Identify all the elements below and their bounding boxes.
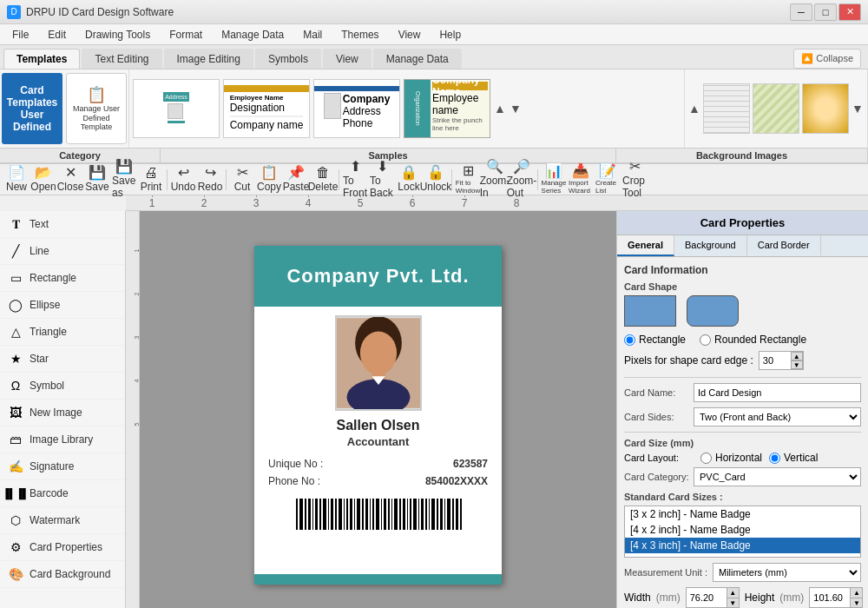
delete-button[interactable]: 🗑Delete xyxy=(310,168,336,192)
width-spin-down[interactable]: ▼ xyxy=(727,598,739,607)
width-spin-up[interactable]: ▲ xyxy=(727,588,739,598)
zoom-out-button[interactable]: 🔎Zoom-Out xyxy=(509,168,535,192)
ribbon-tab-symbols[interactable]: Symbols xyxy=(255,49,321,69)
bg-image-2[interactable] xyxy=(753,83,799,134)
tool-star[interactable]: ★ Star xyxy=(0,346,125,373)
height-spin-up[interactable]: ▲ xyxy=(850,588,862,598)
menu-format[interactable]: Format xyxy=(161,27,211,43)
card-sides-select[interactable]: Two (Front and Back) One (Front Only) xyxy=(694,407,861,426)
tool-signature[interactable]: ✍ Signature xyxy=(0,453,125,480)
undo-button[interactable]: ↩Undo xyxy=(170,168,196,192)
rounded-rectangle-radio[interactable]: Rounded Rectangle xyxy=(700,334,806,346)
menu-manage-data[interactable]: Manage Data xyxy=(213,27,293,43)
width-input-wrap: ▲ ▼ xyxy=(686,587,740,608)
menu-drawing-tools[interactable]: Drawing Tools xyxy=(76,27,159,43)
pixels-input[interactable] xyxy=(760,352,791,369)
tool-rectangle[interactable]: ▭ Rectangle xyxy=(0,265,125,292)
menu-view[interactable]: View xyxy=(390,27,430,43)
open-button[interactable]: 📂Open xyxy=(30,168,56,192)
height-spin-down[interactable]: ▼ xyxy=(850,598,862,607)
samples-scroll-down[interactable]: ▼ xyxy=(510,102,522,116)
ribbon-tab-text-editing[interactable]: Text Editing xyxy=(82,49,161,69)
save-button[interactable]: 💾Save xyxy=(84,168,110,192)
sample-2[interactable]: Employee Name Designation Company name xyxy=(223,79,310,138)
rp-tab-card-border[interactable]: Card Border xyxy=(747,235,821,256)
tool-barcode[interactable]: ▐▌▐▌ Barcode xyxy=(0,480,125,507)
create-list-button[interactable]: 📝Create List xyxy=(595,168,621,192)
tool-line[interactable]: ╱ Line xyxy=(0,238,125,265)
crop-button[interactable]: ✂Crop Tool xyxy=(621,168,648,192)
menu-edit[interactable]: Edit xyxy=(39,27,75,43)
to-front-button[interactable]: ⬆To Front xyxy=(342,168,368,192)
card-name-input[interactable] xyxy=(694,383,861,402)
canvas-area[interactable]: 1 2 3 4 5 Company Pvt. Ltd. xyxy=(126,211,616,608)
print-button[interactable]: 🖨Print xyxy=(138,168,164,192)
app-title: DRPU ID Card Design Software xyxy=(26,6,785,18)
pixels-spin-down[interactable]: ▼ xyxy=(791,360,803,369)
close-button-tb[interactable]: ✕Close xyxy=(57,168,83,192)
lock-button[interactable]: 🔒Lock xyxy=(396,168,422,192)
card-templates-button[interactable]: Card Templates User Defined xyxy=(2,73,62,144)
rectangle-radio[interactable]: Rectangle xyxy=(624,334,686,346)
tool-ellipse[interactable]: ◯ Ellipse xyxy=(0,292,125,319)
std-size-item-2[interactable]: [4 x 2 inch] - Name Badge xyxy=(625,522,860,538)
tool-watermark[interactable]: ⬡ Watermark xyxy=(0,507,125,534)
rp-tab-general[interactable]: General xyxy=(617,235,674,256)
layout-horizontal-radio[interactable]: Horizontal xyxy=(700,452,762,464)
tool-triangle[interactable]: △ Triangle xyxy=(0,319,125,346)
width-unit: (mm) xyxy=(656,591,681,604)
layout-vertical-radio[interactable]: Vertical xyxy=(769,452,818,464)
tool-card-background[interactable]: 🎨 Card Background xyxy=(0,561,125,588)
close-button[interactable]: ✕ xyxy=(838,3,861,21)
sample-4[interactable]: Organization Company Name Employee name … xyxy=(404,79,490,138)
menu-file[interactable]: File xyxy=(3,27,37,43)
ribbon-tab-templates[interactable]: Templates xyxy=(3,49,80,69)
ribbon-tab-manage-data[interactable]: Manage Data xyxy=(373,49,462,69)
tool-card-properties[interactable]: ⚙ Card Properties xyxy=(0,534,125,561)
new-button[interactable]: 📄New xyxy=(3,168,30,192)
manage-series-button[interactable]: 📊Manage Series xyxy=(541,168,567,192)
rp-tab-background[interactable]: Background xyxy=(674,235,747,256)
tool-new-image[interactable]: 🖼 New Image xyxy=(0,400,125,426)
collapse-button[interactable]: 🔼 Collapse xyxy=(793,49,861,69)
import-wizard-button[interactable]: 📥Import Wizard xyxy=(568,168,594,192)
measurement-select[interactable]: Milimeters (mm) Inches (in) xyxy=(713,563,861,582)
bg-scroll-down[interactable]: ▼ xyxy=(852,102,864,116)
to-back-button[interactable]: ⬇To Back xyxy=(369,168,395,192)
samples-scroll-up[interactable]: ▲ xyxy=(494,102,506,116)
triangle-icon: △ xyxy=(7,323,24,340)
redo-button[interactable]: ↪Redo xyxy=(197,168,223,192)
bg-scroll-up[interactable]: ▲ xyxy=(688,102,700,116)
sample-3[interactable]: Company Address Phone xyxy=(313,79,400,138)
pixels-spin-up[interactable]: ▲ xyxy=(791,352,803,360)
maximize-button[interactable]: □ xyxy=(814,3,837,21)
menu-themes[interactable]: Themes xyxy=(332,27,387,43)
save-as-button[interactable]: 💾Save as xyxy=(111,168,137,192)
width-input[interactable] xyxy=(687,588,727,607)
ribbon-tab-view[interactable]: View xyxy=(323,49,372,69)
fit-window-button[interactable]: ⊞Fit to Window xyxy=(455,168,481,192)
svg-rect-22 xyxy=(354,499,355,530)
zoom-in-button[interactable]: 🔍Zoom-In xyxy=(482,168,508,192)
card-category-select[interactable]: PVC_Card Paper Card xyxy=(694,467,861,486)
std-size-item-3[interactable]: [4 x 3 inch] - Name Badge xyxy=(625,538,860,553)
std-size-item-1[interactable]: [3 x 2 inch] - Name Badge xyxy=(625,506,860,522)
sample-1[interactable]: Address xyxy=(133,79,220,138)
height-input[interactable] xyxy=(810,588,850,607)
bg-image-3[interactable] xyxy=(802,83,849,134)
minimize-button[interactable]: ─ xyxy=(790,3,812,21)
tool-text[interactable]: 𝐓 Text xyxy=(0,211,125,238)
cut-button[interactable]: ✂Cut xyxy=(229,168,255,192)
menu-mail[interactable]: Mail xyxy=(294,27,331,43)
paste-button[interactable]: 📌Paste xyxy=(283,168,309,192)
ribbon-tab-image-editing[interactable]: Image Editing xyxy=(164,49,253,69)
tool-symbol[interactable]: Ω Symbol xyxy=(0,373,125,400)
text-icon: 𝐓 xyxy=(7,215,24,233)
right-panel-title: Card Properties xyxy=(617,211,868,235)
tool-image-library[interactable]: 🗃 Image Library xyxy=(0,426,125,453)
manage-user-defined-button[interactable]: 📋 Manage User Defined Template xyxy=(66,73,127,144)
menu-help[interactable]: Help xyxy=(431,27,470,43)
unlock-button[interactable]: 🔓Unlock xyxy=(423,168,449,192)
copy-button[interactable]: 📋Copy xyxy=(256,168,282,192)
bg-image-1[interactable] xyxy=(703,83,750,134)
